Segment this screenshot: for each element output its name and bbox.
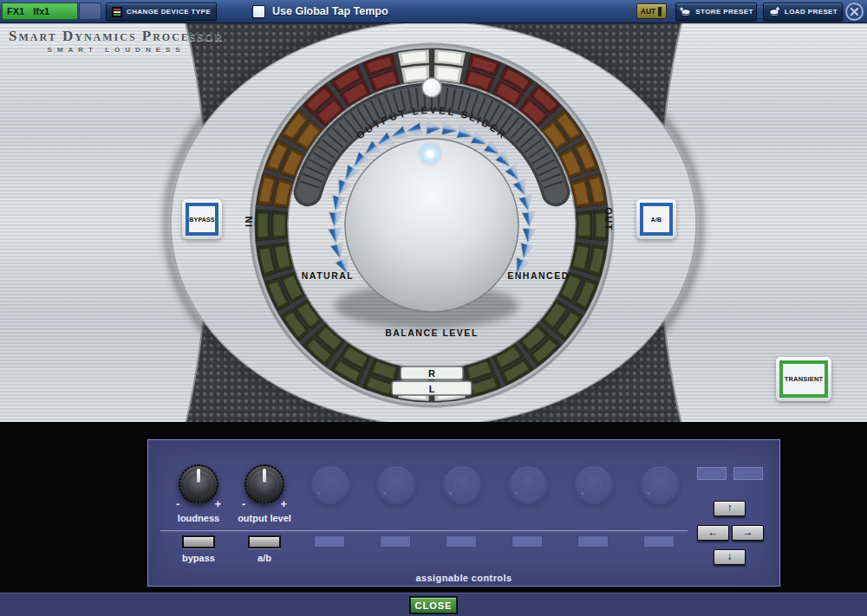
nav-right-button[interactable]: →: [732, 525, 764, 541]
knob-pointer: [449, 484, 462, 496]
assignable-slot-ghost-2: [733, 467, 763, 480]
assignable-knob-2[interactable]: [244, 464, 284, 504]
nav-up-button[interactable]: ↑: [714, 501, 746, 516]
knob-pointer: [581, 484, 594, 496]
assignable-knob-slot-4: [363, 461, 429, 532]
assignable-button-7: [577, 535, 609, 548]
device-panel: OUTPUT LEVEL SLIDER R L NATURAL ENHANCED…: [0, 23, 867, 422]
load-preset-label: LOAD PRESET: [785, 8, 838, 16]
knob-minus-label: -: [242, 497, 245, 510]
panel-divider: [160, 530, 688, 532]
assignable-knob-slot-8: [627, 461, 693, 532]
assignable-knob-6: [508, 464, 548, 504]
assignable-knob-3: [310, 464, 350, 504]
footer-bar: CLOSE: [0, 591, 867, 616]
output-dial: OUTPUT LEVEL SLIDER R L NATURAL ENHANCED…: [251, 45, 612, 405]
assignable-knob-4: [376, 464, 416, 504]
knob-label: output level: [233, 514, 296, 524]
device-title: Smart Dynamics Processor: [9, 28, 224, 45]
nav-left-button[interactable]: ←: [697, 525, 729, 541]
natural-label: NATURAL: [302, 270, 354, 281]
transient-button[interactable]: TRANSIENT: [776, 357, 831, 401]
assignable-knob-slot-3: [297, 461, 363, 532]
assignable-button-6: [512, 535, 543, 548]
ab-button-label: A/B: [640, 203, 673, 236]
knob-pointer: [197, 469, 200, 483]
knob-pointer: [647, 484, 660, 496]
assignable-knob-7: [574, 464, 614, 504]
assignable-button-slot-2: a/b: [231, 534, 297, 570]
assignable-button-label: a/b: [231, 553, 297, 563]
nav-down-button[interactable]: ↓: [714, 549, 746, 565]
store-preset-label: STORE PRESET: [695, 8, 753, 16]
assignable-button-5: [446, 535, 477, 548]
assignable-knob-8: [640, 464, 680, 504]
device-graphics: OUTPUT LEVEL SLIDER R L NATURAL ENHANCED…: [0, 23, 867, 422]
bypass-button[interactable]: BYPASS: [182, 199, 222, 239]
track-name: FX1: [7, 6, 24, 16]
load-preset-button[interactable]: LOAD PRESET: [763, 3, 843, 21]
track-device-tag[interactable]: FX1 lfx1: [2, 3, 78, 20]
assignable-knob-slot-2: - + output level: [231, 461, 297, 532]
automation-button[interactable]: AUT: [636, 3, 667, 19]
automation-label: AUT: [641, 7, 655, 16]
assignable-knob-slot-5: [429, 461, 495, 532]
global-tap-tempo-checkbox[interactable]: [252, 5, 265, 18]
assignable-button-label: bypass: [166, 553, 231, 563]
channel-left-label: L: [429, 384, 435, 394]
device-name: lfx1: [33, 6, 49, 16]
change-device-type-label: CHANGE DEVICE TYPE: [127, 8, 211, 16]
assignable-slot-ghost-1: [697, 467, 727, 480]
knob-plus-label: +: [280, 497, 287, 510]
in-label: IN: [244, 215, 254, 227]
smart-dynamics-processor-window: FX1 lfx1 CHANGE DEVICE TYPE Use Global T…: [0, 0, 867, 616]
close-window-icon[interactable]: [844, 2, 864, 22]
knob-pointer: [263, 469, 266, 483]
device-type-icon: [112, 7, 122, 17]
assignable-button-8: [643, 535, 675, 548]
device-subtitle: SMART LOUDNESS: [9, 46, 224, 54]
close-button[interactable]: CLOSE: [410, 597, 457, 613]
knob-plus-label: +: [214, 497, 221, 510]
assignable-controls-panel: - + loudness - + output level: [147, 439, 780, 587]
output-level-slider-handle[interactable]: [422, 78, 441, 97]
knob-minus-label: -: [176, 497, 179, 510]
change-device-type-button[interactable]: CHANGE DEVICE TYPE: [106, 3, 217, 21]
load-preset-disk-icon: [768, 6, 780, 17]
assignable-knob-slot-6: [495, 461, 561, 532]
transient-button-label: TRANSIENT: [779, 360, 828, 398]
assignable-button-slot-4: [363, 534, 429, 570]
knob-pointer: [383, 484, 396, 496]
channel-right-label: R: [428, 368, 435, 379]
assignable-knob-1[interactable]: [179, 464, 218, 504]
assignable-controls-title: assignable controls: [148, 573, 779, 583]
knob-pointer: [317, 484, 330, 496]
ab-compare-button[interactable]: A/B: [636, 199, 676, 239]
assignable-button-3: [314, 535, 345, 548]
lower-section: - + loudness - + output level: [0, 422, 867, 591]
assignable-button-slot-3: [297, 534, 363, 570]
store-preset-disk-icon: [679, 6, 691, 17]
assignable-button-2[interactable]: [248, 535, 281, 548]
out-label: OUT: [603, 207, 614, 231]
assignable-knob-5: [442, 464, 482, 504]
device-title-block: Smart Dynamics Processor SMART LOUDNESS: [9, 28, 224, 54]
tag-stub: [79, 3, 101, 20]
automation-indicator-icon: [658, 7, 662, 16]
assignable-button-slot-7: [561, 534, 627, 570]
assignable-button-1[interactable]: [182, 535, 215, 548]
assignable-button-slot-6: [495, 534, 561, 570]
assignable-button-4: [380, 535, 411, 548]
assignable-button-slot-5: [429, 534, 495, 570]
store-preset-button[interactable]: STORE PRESET: [675, 3, 757, 21]
assignable-knob-slot-1: - + loudness: [166, 461, 231, 532]
assignable-knob-slot-7: [561, 461, 627, 532]
tap-tempo-label: Use Global Tap Tempo: [272, 5, 388, 17]
balance-level-label: BALANCE LEVEL: [385, 327, 479, 338]
enhanced-label: ENHANCED: [507, 270, 570, 281]
knob-label: loudness: [167, 514, 230, 524]
assignable-button-slot-1: bypass: [166, 534, 231, 570]
assignable-button-slot-8: [627, 534, 693, 570]
toolbar: FX1 lfx1 CHANGE DEVICE TYPE Use Global T…: [0, 0, 867, 23]
knob-pointer: [515, 484, 528, 496]
